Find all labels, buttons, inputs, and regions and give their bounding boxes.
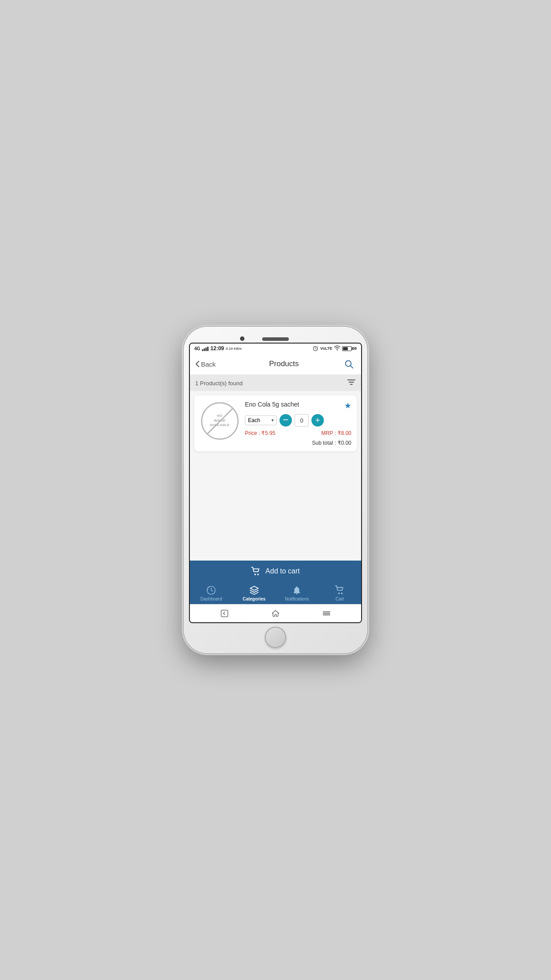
status-left: 4G 12:09 0.10 KB/s	[194, 345, 242, 352]
nav-label-categories: Categories	[243, 597, 266, 601]
android-nav	[190, 604, 361, 622]
battery-level: 38	[352, 346, 357, 351]
battery-indicator: 38	[342, 346, 357, 351]
filter-button[interactable]	[347, 379, 356, 387]
bar2	[204, 348, 205, 351]
svg-point-8	[257, 573, 259, 575]
product-card: NoImageAvailable Eno Cola 5g sachet ★ Ea…	[194, 395, 357, 451]
no-image-text: NoImageAvailable	[209, 413, 231, 428]
favorite-button[interactable]: ★	[344, 401, 351, 411]
nav-item-categories[interactable]: Categories	[233, 582, 276, 604]
filter-icon	[347, 379, 356, 386]
phone-screen: 4G 12:09 0.10 KB/s VoLTE	[189, 343, 362, 623]
nav-item-dashboard[interactable]: Dashboard	[190, 582, 233, 604]
product-header: Eno Cola 5g sachet ★	[245, 401, 351, 411]
status-bar: 4G 12:09 0.10 KB/s VoLTE	[190, 344, 361, 353]
back-button[interactable]: Back	[195, 360, 226, 368]
data-speed: 0.10 KB/s	[226, 347, 242, 351]
bar4	[207, 347, 209, 351]
unit-select-wrapper[interactable]: Each ▼	[245, 415, 277, 425]
notifications-icon	[292, 585, 302, 595]
svg-line-3	[350, 366, 353, 368]
speaker	[262, 337, 289, 341]
add-to-cart-button[interactable]: Add to cart	[190, 561, 361, 582]
mrp-label: MRP : ₹8.00	[321, 430, 351, 436]
filter-bar: 1 Product(s) found	[190, 375, 361, 391]
increase-qty-button[interactable]: +	[311, 414, 324, 427]
back-label: Back	[201, 360, 216, 368]
dashboard-icon	[206, 585, 216, 595]
android-back-button[interactable]	[218, 607, 231, 620]
product-list: NoImageAvailable Eno Cola 5g sachet ★ Ea…	[190, 391, 361, 561]
android-home-button[interactable]	[269, 607, 282, 620]
wifi-icon	[334, 345, 340, 352]
network-label: VoLTE	[320, 346, 332, 351]
svg-point-11	[341, 593, 343, 594]
quantity-row: Each ▼ − +	[245, 414, 351, 427]
signal-bars	[202, 346, 209, 351]
subtotal-label: Sub total : ₹0.00	[312, 440, 351, 446]
camera	[240, 336, 244, 341]
android-home-icon	[271, 609, 280, 618]
decrease-qty-button[interactable]: −	[279, 414, 292, 427]
nav-label-notifications: Notifications	[285, 597, 309, 601]
svg-point-7	[255, 573, 256, 575]
time: 12:09	[210, 345, 224, 352]
bar1	[202, 349, 203, 351]
product-details: Eno Cola 5g sachet ★ Each ▼ − +	[245, 401, 351, 446]
price-label: Price : ₹5.95	[245, 430, 276, 436]
no-image-placeholder: NoImageAvailable	[201, 402, 239, 440]
android-menu-icon	[322, 609, 331, 618]
nav-item-notifications[interactable]: Notifications	[276, 582, 319, 604]
subtotal-row: Sub total : ₹0.00	[245, 440, 351, 446]
svg-point-10	[338, 593, 340, 594]
nav-item-cart[interactable]: Cart	[319, 582, 362, 604]
android-menu-button[interactable]	[320, 607, 333, 620]
page-title: Products	[226, 360, 342, 368]
product-image-container: NoImageAvailable	[200, 401, 240, 441]
top-nav: Back Products	[190, 353, 361, 375]
status-right: VoLTE 38	[312, 345, 357, 352]
nav-label-cart: Cart	[335, 597, 344, 601]
result-count: 1 Product(s) found	[195, 380, 243, 387]
phone-top	[189, 332, 362, 343]
android-back-icon	[220, 609, 229, 618]
signal-label: 4G	[194, 346, 200, 351]
cart-icon	[251, 567, 261, 576]
search-button[interactable]	[342, 357, 356, 371]
add-to-cart-label: Add to cart	[265, 567, 299, 575]
cart-nav-icon	[335, 585, 345, 595]
svg-point-1	[337, 350, 338, 351]
price-row: Price : ₹5.95 MRP : ₹8.00	[245, 430, 351, 436]
unit-select[interactable]: Each	[248, 417, 274, 423]
nav-label-dashboard: Dashboard	[201, 597, 222, 601]
quantity-input[interactable]	[295, 414, 309, 427]
svg-rect-12	[221, 610, 228, 617]
bottom-nav: Dashboard Categories Notifications	[190, 582, 361, 604]
back-chevron-icon	[195, 360, 200, 368]
bar3	[205, 348, 207, 351]
product-name: Eno Cola 5g sachet	[245, 401, 344, 408]
alarm-icon	[312, 345, 319, 352]
search-icon	[344, 359, 354, 369]
categories-icon	[249, 585, 259, 595]
home-button[interactable]	[265, 627, 286, 648]
phone-frame: 4G 12:09 0.10 KB/s VoLTE	[184, 327, 367, 653]
